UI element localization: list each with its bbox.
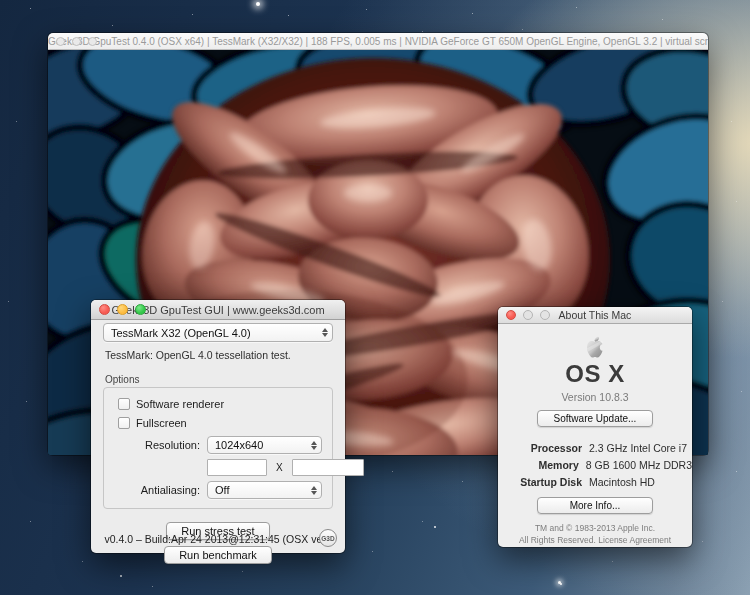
popup-stepper-icon — [311, 441, 317, 450]
resolution-separator: X — [276, 462, 283, 473]
minimize-icon[interactable] — [72, 37, 81, 46]
g3d-logo-icon: G3D — [319, 529, 337, 547]
custom-height-field[interactable] — [292, 459, 364, 476]
star-field — [0, 0, 1, 1]
rights-text: All Rights Reserved. — [519, 535, 596, 545]
startup-disk-value: Macintosh HD — [589, 476, 655, 488]
gputest-gui-window: Geeks3D GpuTest GUI | www.geeks3d.com Te… — [91, 300, 345, 553]
options-group-label: Options — [105, 374, 333, 385]
fullscreen-row: Fullscreen — [118, 417, 322, 429]
gui-window-titlebar[interactable]: Geeks3D GpuTest GUI | www.geeks3d.com — [91, 300, 345, 320]
apple-logo-icon — [571, 336, 619, 358]
system-specs: Processor 2.3 GHz Intel Core i7 Memory 8… — [498, 437, 692, 488]
bright-star — [558, 581, 561, 584]
custom-resolution-row: X — [207, 459, 322, 476]
run-benchmark-button[interactable]: Run benchmark — [164, 546, 272, 564]
zoom-icon[interactable] — [88, 37, 97, 46]
software-renderer-label: Software renderer — [136, 398, 224, 410]
license-agreement-link[interactable]: License Agreement — [598, 535, 671, 545]
copyright-line1: TM and © 1983-2013 Apple Inc. — [535, 523, 655, 533]
close-icon[interactable] — [99, 304, 110, 315]
resolution-label: Resolution: — [114, 439, 200, 451]
software-renderer-checkbox[interactable] — [118, 398, 130, 410]
zoom-icon — [540, 310, 550, 320]
about-this-mac-window: About This Mac OS X Version 10.8.3 Softw… — [498, 307, 692, 547]
startup-disk-label: Startup Disk — [498, 476, 582, 488]
close-icon[interactable] — [56, 37, 65, 46]
test-select[interactable]: TessMark X32 (OpenGL 4.0) — [103, 323, 333, 342]
resolution-value: 1024x640 — [215, 439, 307, 451]
zoom-icon[interactable] — [135, 304, 146, 315]
processor-label: Processor — [498, 442, 582, 454]
minimize-icon — [523, 310, 533, 320]
render-window-title: Geeks3D GpuTest 0.4.0 (OSX x64) | TessMa… — [48, 36, 708, 47]
render-window-titlebar[interactable]: Geeks3D GpuTest 0.4.0 (OSX x64) | TessMa… — [48, 33, 708, 50]
close-icon[interactable] — [506, 310, 516, 320]
fullscreen-label: Fullscreen — [136, 417, 187, 429]
os-name: OS X — [565, 360, 624, 388]
antialiasing-select[interactable]: Off — [207, 481, 322, 499]
software-update-button[interactable]: Software Update... — [537, 410, 653, 427]
memory-label: Memory — [498, 459, 579, 471]
os-version: Version 10.8.3 — [561, 391, 628, 403]
memory-value: 8 GB 1600 MHz DDR3 — [586, 459, 692, 471]
resolution-row: Resolution: 1024x640 — [114, 436, 322, 454]
build-version-text: v0.4.0 – Build:Apr 24 2013@12:31:45 (OSX… — [91, 533, 345, 545]
spec-row-processor: Processor 2.3 GHz Intel Core i7 — [498, 442, 692, 454]
resolution-select[interactable]: 1024x640 — [207, 436, 322, 454]
bright-star — [256, 2, 260, 6]
popup-stepper-icon — [311, 486, 317, 495]
test-description: TessMark: OpenGL 4.0 tessellation test. — [105, 349, 333, 361]
spec-row-startup-disk: Startup Disk Macintosh HD — [498, 476, 692, 488]
copyright-text: TM and © 1983-2013 Apple Inc. All Rights… — [519, 523, 671, 547]
antialiasing-label: Antialiasing: — [114, 484, 200, 496]
minimize-icon[interactable] — [117, 304, 128, 315]
more-info-button[interactable]: More Info... — [537, 497, 653, 514]
popup-stepper-icon — [322, 328, 328, 337]
software-renderer-row: Software renderer — [118, 398, 322, 410]
fullscreen-checkbox[interactable] — [118, 417, 130, 429]
antialiasing-row: Antialiasing: Off — [114, 481, 322, 499]
star-field-bright — [0, 0, 2, 2]
spec-row-memory: Memory 8 GB 1600 MHz DDR3 — [498, 459, 692, 471]
options-groupbox: Software renderer Fullscreen Resolution:… — [103, 387, 333, 509]
about-window-titlebar[interactable]: About This Mac — [498, 307, 692, 324]
processor-value: 2.3 GHz Intel Core i7 — [589, 442, 687, 454]
custom-width-field[interactable] — [207, 459, 267, 476]
test-select-value: TessMark X32 (OpenGL 4.0) — [111, 327, 318, 339]
antialiasing-value: Off — [215, 484, 307, 496]
